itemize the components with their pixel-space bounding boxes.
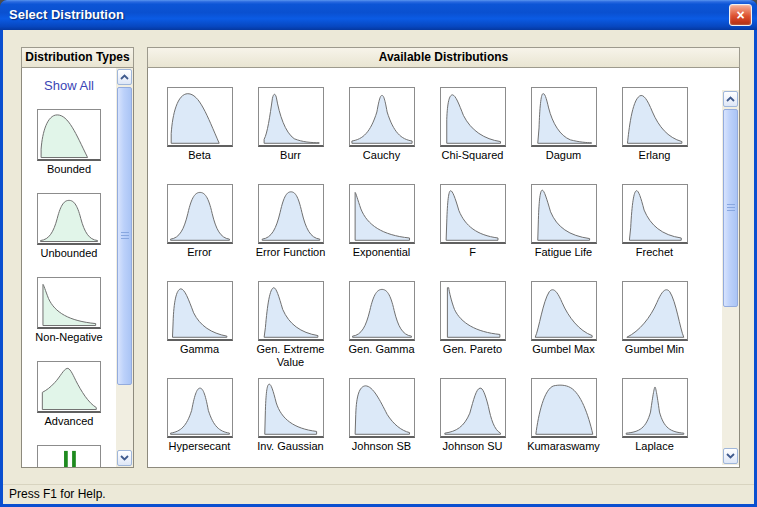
distribution-label: Johnson SB: [352, 440, 411, 453]
distribution-thumbnail: [349, 184, 415, 244]
distribution-thumbnail: [531, 281, 597, 341]
chevron-down-icon: [120, 455, 129, 461]
distribution-item-kumaraswamy[interactable]: Kumaraswamy: [518, 363, 609, 460]
distribution-thumbnail: [531, 378, 597, 438]
distribution-item-error-function[interactable]: Error Function: [245, 169, 336, 266]
left-scrollbar[interactable]: [116, 68, 133, 467]
distribution-type-thumbnail: [37, 109, 101, 161]
distribution-item-laplace[interactable]: Laplace: [609, 363, 700, 460]
distribution-label: Cauchy: [363, 149, 400, 162]
distribution-label: Fatigue Life: [535, 246, 592, 259]
distribution-label: Gumbel Min: [625, 343, 684, 356]
distribution-thumbnail: [622, 87, 688, 147]
right-scrollbar[interactable]: [722, 90, 739, 465]
type-item-advanced[interactable]: Advanced: [22, 361, 116, 445]
available-distributions-panel: Available Distributions BetaBurrCauchyCh…: [147, 47, 740, 468]
close-button[interactable]: ×: [729, 4, 752, 26]
distribution-item-chi-squared[interactable]: Chi-Squared: [427, 72, 518, 169]
right-scroll-down-button[interactable]: [723, 448, 738, 464]
distribution-item-erlang[interactable]: Erlang: [609, 72, 700, 169]
left-scrollbar-thumb[interactable]: [117, 87, 132, 385]
distribution-item-hypersecant[interactable]: Hypersecant: [154, 363, 245, 460]
left-scroll-up-button[interactable]: [117, 69, 132, 85]
status-bar: Press F1 for Help.: [3, 484, 754, 504]
type-item-discrete[interactable]: [22, 445, 116, 468]
distribution-thumbnail: [349, 378, 415, 438]
distribution-grid: BetaBurrCauchyChi-SquaredDagumErlangErro…: [154, 72, 700, 460]
select-distribution-dialog: Select Distribution × Distribution Types…: [0, 0, 757, 507]
distribution-label: Kumaraswamy: [527, 440, 600, 453]
distribution-item-burr[interactable]: Burr: [245, 72, 336, 169]
distribution-thumbnail: [622, 184, 688, 244]
distribution-type-label: Unbounded: [41, 247, 98, 260]
distribution-item-frechet[interactable]: Frechet: [609, 169, 700, 266]
distribution-thumbnail: [622, 378, 688, 438]
chevron-down-icon: [726, 453, 735, 459]
distribution-label: Hypersecant: [169, 440, 231, 453]
close-icon: ×: [736, 7, 744, 23]
distribution-item-gen-extreme-value[interactable]: Gen. Extreme Value: [245, 266, 336, 363]
distribution-thumbnail: [440, 87, 506, 147]
distribution-thumbnail: [167, 378, 233, 438]
distribution-item-dagum[interactable]: Dagum: [518, 72, 609, 169]
distribution-thumbnail: [622, 281, 688, 341]
distribution-label: Dagum: [546, 149, 581, 162]
distribution-type-thumbnail: [37, 361, 101, 413]
distribution-item-johnson-su[interactable]: Johnson SU: [427, 363, 518, 460]
distribution-thumbnail: [440, 378, 506, 438]
distribution-item-gen-pareto[interactable]: Gen. Pareto: [427, 266, 518, 363]
distribution-type-label: Advanced: [45, 415, 94, 428]
distribution-type-thumbnail: [37, 193, 101, 245]
window-title: Select Distribution: [0, 0, 757, 22]
distribution-item-exponential[interactable]: Exponential: [336, 169, 427, 266]
dialog-face: Distribution Types Show All BoundedUnbou…: [3, 30, 754, 504]
right-scrollbar-thumb[interactable]: [723, 109, 738, 307]
distribution-item-cauchy[interactable]: Cauchy: [336, 72, 427, 169]
distribution-types-list: Show All BoundedUnboundedNon-NegativeAdv…: [21, 68, 134, 468]
distribution-item-johnson-sb[interactable]: Johnson SB: [336, 363, 427, 460]
show-all-link[interactable]: Show All: [22, 78, 116, 96]
available-distributions-list: BetaBurrCauchyChi-SquaredDagumErlangErro…: [147, 68, 740, 468]
distribution-thumbnail: [531, 87, 597, 147]
type-item-non-negative[interactable]: Non-Negative: [22, 277, 116, 361]
distribution-thumbnail: [531, 184, 597, 244]
right-scroll-up-button[interactable]: [723, 91, 738, 107]
distribution-item-inv-gaussian[interactable]: Inv. Gaussian: [245, 363, 336, 460]
distribution-thumbnail: [349, 281, 415, 341]
chevron-up-icon: [726, 96, 735, 102]
distribution-thumbnail: [167, 87, 233, 147]
distribution-item-error[interactable]: Error: [154, 169, 245, 266]
type-item-unbounded[interactable]: Unbounded: [22, 193, 116, 277]
distribution-label: Inv. Gaussian: [257, 440, 323, 453]
distribution-thumbnail: [349, 87, 415, 147]
distribution-type-label: Non-Negative: [35, 331, 102, 344]
distribution-type-thumbnail: [37, 445, 101, 468]
distribution-label: Gen. Gamma: [348, 343, 414, 356]
distribution-item-gamma[interactable]: Gamma: [154, 266, 245, 363]
status-text: Press F1 for Help.: [9, 487, 106, 501]
distribution-item-gumbel-min[interactable]: Gumbel Min: [609, 266, 700, 363]
left-scroll-down-button[interactable]: [117, 450, 132, 466]
distribution-label: Exponential: [353, 246, 411, 259]
distribution-item-gen-gamma[interactable]: Gen. Gamma: [336, 266, 427, 363]
distribution-label: Beta: [188, 149, 211, 162]
distribution-label: Frechet: [636, 246, 673, 259]
distribution-item-gumbel-max[interactable]: Gumbel Max: [518, 266, 609, 363]
distribution-thumbnail: [258, 281, 324, 341]
distribution-label: Gen. Pareto: [443, 343, 502, 356]
distribution-thumbnail: [440, 281, 506, 341]
distribution-item-beta[interactable]: Beta: [154, 72, 245, 169]
distribution-label: Error: [187, 246, 211, 259]
distribution-item-f[interactable]: F: [427, 169, 518, 266]
title-bar[interactable]: Select Distribution ×: [0, 0, 757, 30]
distribution-label: Gamma: [180, 343, 219, 356]
type-item-bounded[interactable]: Bounded: [22, 109, 116, 193]
distribution-type-thumbnail: [37, 277, 101, 329]
distribution-type-label: Bounded: [47, 163, 91, 176]
distribution-thumbnail: [258, 378, 324, 438]
distribution-label: Error Function: [256, 246, 326, 259]
distribution-label: Chi-Squared: [442, 149, 504, 162]
distribution-thumbnail: [167, 281, 233, 341]
chevron-up-icon: [120, 74, 129, 80]
distribution-item-fatigue-life[interactable]: Fatigue Life: [518, 169, 609, 266]
